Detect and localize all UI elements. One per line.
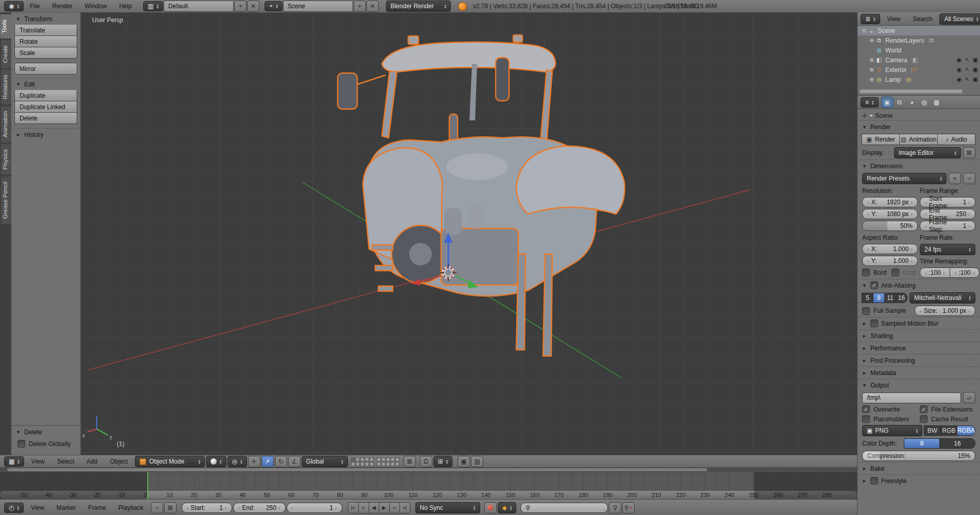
menu-item[interactable]: Frame: [82, 504, 112, 511]
dimensions-panel-header[interactable]: ▼Dimensions: [857, 159, 980, 172]
transport-button[interactable]: «: [358, 502, 369, 513]
viewport-shading-select[interactable]: [206, 456, 226, 467]
shelf-tab[interactable]: Tools: [0, 14, 11, 39]
properties-tab[interactable]: ◕: [906, 97, 918, 108]
keying-set-field[interactable]: ⚲: [520, 503, 608, 513]
menu-item[interactable]: View: [881, 15, 907, 23]
delete-globally-option[interactable]: Delete Globally: [11, 438, 80, 450]
collapsed-panel-header[interactable]: ► Performance: [857, 342, 980, 354]
tool-button[interactable]: Delete: [14, 113, 77, 124]
expand-toggle-icon[interactable]: ⊕: [868, 77, 875, 82]
menu-item[interactable]: Select: [51, 458, 80, 465]
tool-button[interactable]: Scale: [14, 47, 77, 59]
menu-item[interactable]: View: [25, 504, 50, 511]
add-layout-button[interactable]: +: [234, 1, 247, 12]
transport-button[interactable]: »: [389, 502, 400, 513]
overwrite-option[interactable]: ✓Overwrite: [862, 405, 918, 413]
remap-old-field[interactable]: :100: [920, 268, 950, 278]
shelf-tab[interactable]: Physics: [1, 144, 11, 175]
render-action-button[interactable]: ▤ Animation: [899, 134, 937, 145]
outliner-row[interactable]: ⊕ ◧ Camera ◧ ◉ ↖ ▣: [857, 55, 980, 65]
add-preset-button[interactable]: +: [949, 173, 961, 184]
expand-toggle-icon[interactable]: ⊕: [868, 38, 875, 43]
add-scene-button[interactable]: +: [354, 1, 366, 12]
selectability-icon[interactable]: ↖: [965, 57, 969, 63]
close-scene-button[interactable]: ✕: [366, 1, 379, 12]
aspect-y-field[interactable]: Y:1.000: [862, 256, 918, 266]
outliner-item-label[interactable]: Lamp: [885, 76, 901, 83]
antialiasing-checkbox[interactable]: ✓: [870, 281, 878, 289]
lock-to-scene-button[interactable]: ⊠: [404, 456, 416, 467]
transport-button[interactable]: »|: [399, 502, 410, 513]
properties-tab[interactable]: ▦: [931, 97, 942, 108]
orientation-select[interactable]: Global: [302, 456, 348, 467]
depth-button[interactable]: 8: [904, 438, 940, 449]
channel-button[interactable]: RGB: [940, 425, 957, 436]
resolution-scale-slider[interactable]: 50%: [862, 221, 918, 231]
menu-item[interactable]: Add: [80, 458, 103, 465]
start-frame-field[interactable]: Start:1: [182, 503, 232, 513]
renderability-icon[interactable]: ▣: [973, 57, 978, 63]
pin-icon[interactable]: ✛: [862, 112, 867, 119]
lock-time-button[interactable]: ⊠: [164, 502, 177, 513]
outliner-row[interactable]: ◍ World ◉ ↖ ▣: [857, 45, 980, 55]
auto-keying-select[interactable]: ◆: [498, 502, 517, 513]
collapsed-panel-header[interactable]: ► Freestyle: [857, 474, 980, 487]
manipulator-translate[interactable]: ↗: [261, 456, 274, 467]
shelf-tab[interactable]: Create: [1, 40, 11, 68]
transform-panel-header[interactable]: ▼ Transform: [11, 12, 80, 25]
outliner-item-label[interactable]: RenderLayers: [885, 37, 924, 44]
checkbox[interactable]: [18, 440, 25, 448]
snap-toggle-button[interactable]: Ω: [420, 456, 432, 467]
remap-new-field[interactable]: :100: [950, 268, 980, 278]
opengl-animation-button[interactable]: ▤: [471, 456, 483, 467]
output-panel-header[interactable]: ▼Output: [857, 379, 980, 391]
edit-panel-header[interactable]: ▼ Edit: [11, 78, 80, 90]
delete-operator-header[interactable]: ▼ Delete: [11, 425, 80, 438]
menu-item[interactable]: Object: [103, 458, 134, 465]
viewport-editor-selector[interactable]: ▦: [4, 456, 24, 467]
render-panel-header[interactable]: ▼Render: [857, 120, 980, 133]
3d-viewport[interactable]: y x User Persp (1): [81, 12, 857, 455]
screen-layout-name[interactable]: Default: [164, 1, 234, 12]
selectability-icon[interactable]: ↖: [965, 66, 969, 73]
snap-element-select[interactable]: ⊞: [433, 456, 453, 467]
transport-button[interactable]: ◀: [369, 502, 379, 513]
aspect-x-field[interactable]: X:1.000: [862, 244, 918, 254]
sync-mode-select[interactable]: No Sync: [415, 502, 480, 513]
transport-button[interactable]: |«: [348, 502, 359, 513]
properties-tab[interactable]: ◍: [919, 97, 930, 108]
outliner-editor-selector[interactable]: ≣: [861, 14, 880, 24]
collapsed-panel-header[interactable]: ► Shading: [857, 329, 980, 342]
placeholders-option[interactable]: Placeholders: [862, 415, 918, 423]
current-frame-playhead[interactable]: [147, 472, 148, 499]
record-button[interactable]: [484, 502, 497, 513]
renderability-icon[interactable]: ▣: [973, 66, 978, 73]
expand-toggle-icon[interactable]: ⊕: [868, 57, 875, 63]
collapsed-panel-header[interactable]: ► Post Processing: [857, 354, 980, 366]
outliner-item-label[interactable]: World: [885, 47, 901, 54]
outliner-item-label[interactable]: Exterior: [885, 66, 906, 74]
collapsed-panel-header[interactable]: ► Bake: [857, 462, 980, 474]
output-path-field[interactable]: /tmp\: [862, 393, 961, 403]
current-frame-field[interactable]: 1: [287, 503, 342, 513]
render-action-button[interactable]: ▣ Render: [862, 134, 900, 145]
opengl-render-button[interactable]: ▣: [458, 456, 470, 467]
mode-select[interactable]: Object Mode: [135, 456, 205, 467]
outliner-item-label[interactable]: Scene: [878, 27, 895, 34]
compression-slider[interactable]: Compression:15%: [862, 451, 975, 461]
timeline-scrollbar[interactable]: [7, 468, 707, 471]
crop-option[interactable]: Crop: [891, 269, 916, 276]
outliner-item-label[interactable]: Camera: [885, 57, 907, 64]
render-presets-select[interactable]: Render Presets: [862, 173, 947, 184]
visibility-eye-icon[interactable]: ◉: [957, 76, 962, 83]
shelf-tab[interactable]: Animation: [1, 106, 11, 143]
properties-tab[interactable]: ▣: [882, 97, 893, 108]
screen-layout-browse[interactable]: ▥: [143, 1, 163, 11]
collapsed-panel-header[interactable]: ► Metadata: [857, 366, 980, 379]
properties-editor-selector[interactable]: ≡: [861, 97, 879, 108]
layer-grid-1[interactable]: [351, 457, 374, 466]
menu-item[interactable]: File: [24, 3, 46, 10]
panel-checkbox[interactable]: [870, 319, 878, 327]
editor-type-selector[interactable]: ◉: [4, 1, 24, 11]
